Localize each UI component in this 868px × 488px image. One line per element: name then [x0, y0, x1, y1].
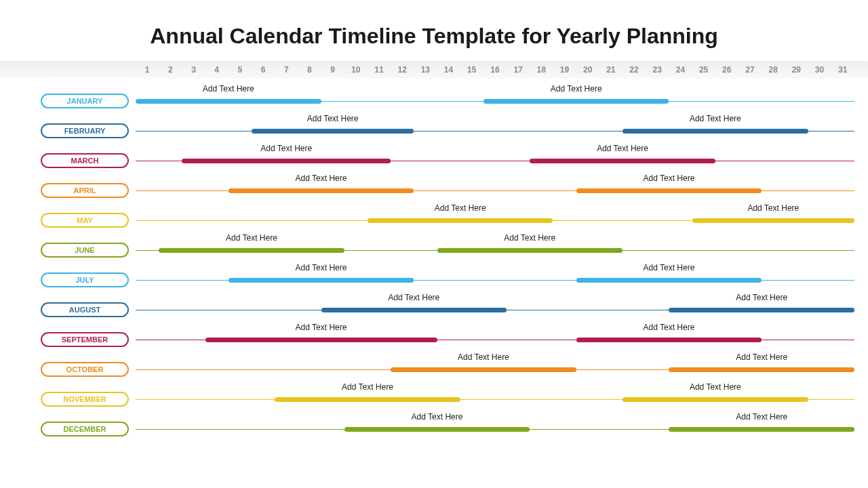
month-label: SEPTEMBER [41, 332, 129, 347]
timeline-bar: Add Text Here [182, 159, 391, 163]
bar-label: Add Text Here [458, 352, 509, 362]
timeline-bar: Add Text Here [159, 248, 344, 253]
page-title: Annual Calendar Timeline Template for Ye… [0, 0, 868, 61]
timeline-bar: Add Text Here [252, 129, 414, 134]
month-track: Add Text HereAdd Text Here [136, 250, 854, 251]
day-number: 11 [368, 61, 391, 79]
day-number: 27 [738, 61, 762, 79]
day-number: 10 [344, 61, 368, 79]
timeline-bar: Add Text Here [530, 159, 715, 163]
day-number: 19 [553, 61, 576, 79]
day-number: 15 [460, 61, 484, 79]
month-row: JANUARYAdd Text HereAdd Text Here [0, 83, 868, 113]
bar-label: Add Text Here [226, 233, 277, 243]
month-track: Add Text HereAdd Text Here [136, 280, 854, 281]
timeline-bar: Add Text Here [437, 248, 623, 253]
day-number: 17 [507, 61, 530, 79]
timeline-bar: Add Text Here [623, 397, 808, 402]
day-number: 5 [229, 61, 252, 79]
day-number: 25 [692, 61, 715, 79]
day-number: 22 [623, 61, 646, 79]
month-label: MARCH [41, 153, 129, 168]
bar-label: Add Text Here [736, 352, 787, 362]
timeline-bar: Add Text Here [391, 367, 576, 372]
month-track: Add Text HereAdd Text Here [136, 161, 854, 161]
day-number: 1 [136, 61, 159, 79]
day-number: 23 [646, 61, 669, 79]
day-number: 18 [530, 61, 553, 79]
timeline-bar: Add Text Here [229, 278, 414, 283]
timeline-bar: Add Text Here [669, 367, 854, 372]
timeline-bar: Add Text Here [368, 218, 553, 223]
bar-label: Add Text Here [597, 144, 648, 153]
month-label: DECEMBER [41, 422, 129, 436]
timeline-bar: Add Text Here [136, 99, 321, 104]
month-label: JANUARY [41, 94, 129, 108]
timeline-bar: Add Text Here [344, 427, 530, 432]
month-track: Add Text HereAdd Text Here [136, 131, 854, 131]
bar-label: Add Text Here [736, 412, 787, 422]
bar-label: Add Text Here [690, 382, 741, 392]
day-number: 9 [321, 61, 344, 79]
day-number: 13 [414, 61, 437, 79]
day-number: 31 [831, 61, 854, 79]
bar-label: Add Text Here [644, 263, 695, 272]
timeline-bar: Add Text Here [229, 188, 414, 193]
bar-label: Add Text Here [504, 233, 555, 243]
bar-label: Add Text Here [296, 323, 347, 332]
day-number: 29 [785, 61, 808, 79]
day-number: 4 [205, 61, 229, 79]
month-row: OCTOBERAdd Text HereAdd Text Here [0, 351, 868, 381]
timeline-bar: Add Text Here [275, 397, 460, 402]
timeline-bar: Add Text Here [623, 129, 808, 134]
month-track: Add Text HereAdd Text Here [136, 220, 854, 221]
month-track: Add Text HereAdd Text Here [136, 310, 854, 310]
bar-label: Add Text Here [747, 203, 799, 213]
month-row: JULYAdd Text HereAdd Text Here [0, 262, 868, 291]
month-label: JUNE [41, 243, 129, 258]
month-track: Add Text HereAdd Text Here [136, 340, 854, 340]
month-track: Add Text HereAdd Text Here [136, 190, 854, 191]
timeline-bar: Add Text Here [692, 218, 854, 223]
bar-label: Add Text Here [644, 323, 695, 332]
day-number: 28 [762, 61, 785, 79]
bar-label: Add Text Here [342, 382, 393, 392]
day-number: 24 [669, 61, 692, 79]
month-track: Add Text HereAdd Text Here [136, 399, 854, 400]
month-row: APRILAdd Text HereAdd Text Here [0, 172, 868, 202]
timeline-bar: Add Text Here [669, 427, 854, 432]
month-label: JULY [41, 272, 129, 287]
day-number: 7 [275, 61, 298, 79]
day-number: 2 [159, 61, 182, 79]
timeline-bar: Add Text Here [321, 308, 507, 312]
day-number: 8 [298, 61, 321, 79]
month-row: DECEMBERAdd Text HereAdd Text Here [0, 411, 868, 441]
month-row: MARCHAdd Text HereAdd Text Here [0, 142, 868, 172]
bar-label: Add Text Here [260, 144, 312, 153]
day-number: 16 [484, 61, 507, 79]
month-label: AUGUST [41, 302, 129, 317]
month-row: MAYAdd Text HereAdd Text Here [0, 202, 868, 232]
month-row: FEBRUARYAdd Text HereAdd Text Here [0, 113, 868, 142]
bar-label: Add Text Here [307, 114, 359, 123]
bar-label: Add Text Here [736, 293, 787, 302]
day-number: 30 [808, 61, 831, 79]
month-label: NOVEMBER [41, 392, 129, 407]
month-row: JUNEAdd Text HereAdd Text Here [0, 232, 868, 262]
bar-label: Add Text Here [388, 293, 439, 302]
day-number: 3 [182, 61, 205, 79]
month-label: FEBRUARY [41, 123, 129, 138]
month-label: APRIL [41, 183, 129, 198]
bar-label: Add Text Here [551, 84, 602, 94]
bar-label: Add Text Here [296, 263, 347, 272]
bar-label: Add Text Here [690, 114, 741, 123]
month-row: AUGUSTAdd Text HereAdd Text Here [0, 291, 868, 321]
bar-label: Add Text Here [296, 174, 347, 183]
month-label: MAY [41, 213, 129, 228]
month-label: OCTOBER [41, 362, 129, 377]
day-number: 20 [576, 61, 599, 79]
day-number: 6 [252, 61, 275, 79]
month-track: Add Text HereAdd Text Here [136, 369, 854, 370]
month-row: NOVEMBERAdd Text HereAdd Text Here [0, 381, 868, 411]
bar-label: Add Text Here [412, 412, 463, 422]
